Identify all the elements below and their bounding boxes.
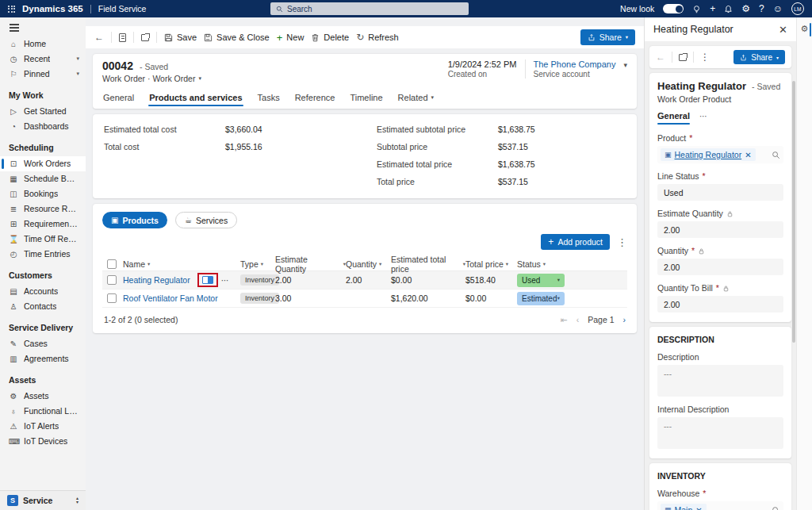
- sidebar-item-schedule-board[interactable]: ▦ Schedule Board: [0, 171, 86, 186]
- status-dropdown[interactable]: Estimated ▾: [517, 292, 565, 305]
- next-page-icon[interactable]: ›: [623, 315, 626, 324]
- sidebar-item-contacts[interactable]: ♙ Contacts: [0, 299, 86, 314]
- tab-timeline[interactable]: Timeline: [349, 90, 383, 109]
- product-chip[interactable]: ▣ Heating Regulator ✕: [661, 148, 756, 161]
- save-button[interactable]: Save: [164, 33, 197, 42]
- service-account-link[interactable]: The Phone Company: [534, 59, 616, 69]
- warehouse-chip[interactable]: ▦ Main ✕: [661, 504, 707, 510]
- settings-gear-icon[interactable]: ⚙: [741, 4, 750, 13]
- first-page-icon[interactable]: ⇤: [561, 315, 568, 324]
- side-pane-settings-icon[interactable]: ⚙: [799, 24, 810, 34]
- column-header-status[interactable]: Status▾: [517, 259, 627, 269]
- sidebar-item-functional-locations[interactable]: ♁ Functional Locations: [0, 404, 86, 419]
- internal-description-textarea[interactable]: ---: [657, 417, 783, 449]
- grid-more-commands-icon[interactable]: ⋮: [617, 236, 627, 248]
- row-checkbox[interactable]: [107, 275, 117, 285]
- new-button[interactable]: + New: [277, 33, 304, 43]
- user-avatar[interactable]: LM: [791, 2, 804, 15]
- panel-tab-overflow-icon[interactable]: ⋯: [699, 112, 707, 125]
- previous-page-icon[interactable]: ‹: [576, 315, 580, 324]
- lookup-search-icon[interactable]: [772, 506, 780, 510]
- feedback-smiley-icon[interactable]: ☺: [773, 4, 783, 13]
- help-icon[interactable]: ?: [759, 4, 764, 13]
- product-name-link[interactable]: Roof Ventilator Fan Motor: [123, 293, 218, 303]
- app-launcher-icon[interactable]: [8, 6, 15, 13]
- product-name-link[interactable]: Heating Regulator: [123, 275, 190, 285]
- status-dropdown[interactable]: Used ▾: [517, 274, 565, 287]
- global-search-box[interactable]: Search: [270, 2, 469, 15]
- sidebar-item-iot-devices[interactable]: ⌨ IoT Devices: [0, 434, 86, 449]
- lookup-search-icon[interactable]: [772, 151, 780, 159]
- open-in-side-pane-icon[interactable]: [202, 276, 213, 284]
- tab-products-and-services[interactable]: Products and services: [148, 90, 243, 109]
- save-and-close-button[interactable]: Save & Close: [204, 33, 270, 42]
- area-switcher[interactable]: S Service ▴▾: [0, 490, 86, 510]
- sidebar-item-bookings[interactable]: ◫ Bookings: [0, 186, 86, 201]
- app-area-name[interactable]: Field Service: [98, 4, 147, 13]
- sidebar-item-time-off-requests[interactable]: ⌛ Time Off Requests: [0, 232, 86, 247]
- more-commands-icon[interactable]: ⋮: [700, 52, 710, 62]
- column-header-total-price[interactable]: Total price▾: [465, 259, 517, 269]
- popout-icon[interactable]: [679, 54, 687, 61]
- tab-reference[interactable]: Reference: [294, 90, 336, 109]
- plus-icon[interactable]: +: [710, 4, 715, 13]
- chevron-down-icon[interactable]: ▾: [76, 71, 79, 77]
- hamburger-menu-icon[interactable]: [10, 24, 19, 25]
- sidebar-item-agreements[interactable]: ▥ Agreements: [0, 351, 86, 366]
- quantity-input[interactable]: 2.00: [657, 259, 783, 275]
- sidebar-item-pinned[interactable]: ⚐ Pinned ▾: [0, 67, 86, 82]
- select-all-checkbox[interactable]: [107, 259, 117, 269]
- column-header-quantity[interactable]: Quantity▾: [346, 259, 391, 269]
- column-header-estimate-quantity[interactable]: Estimate Quantity▾: [275, 255, 346, 274]
- back-arrow-icon[interactable]: ←: [94, 33, 104, 42]
- chevron-down-icon[interactable]: ▾: [198, 75, 201, 82]
- close-icon[interactable]: ✕: [779, 24, 787, 36]
- chevron-down-icon[interactable]: ▾: [76, 56, 79, 62]
- sidebar-item-assets[interactable]: ⚙ Assets: [0, 389, 86, 404]
- column-header-estimated-total-price[interactable]: Estimated total price▾: [391, 255, 465, 274]
- show-record-set-icon[interactable]: [119, 33, 126, 42]
- product-lookup-field[interactable]: ▣ Heating Regulator ✕: [657, 146, 783, 163]
- lightbulb-icon[interactable]: [692, 5, 701, 13]
- row-more-options-icon[interactable]: ⋯: [221, 276, 229, 285]
- estimate-quantity-input[interactable]: 2.00: [657, 221, 783, 238]
- column-header-name[interactable]: Name▾: [123, 259, 240, 269]
- line-status-input[interactable]: Used: [657, 184, 783, 201]
- table-row[interactable]: Roof Ventilator Fan Motor Inventory 3.00…: [102, 290, 627, 308]
- refresh-button[interactable]: ↻ Refresh: [356, 33, 399, 42]
- sidebar-item-work-orders[interactable]: ⊡ Work Orders: [0, 156, 86, 171]
- products-toggle-pill[interactable]: ▣ Products: [102, 212, 167, 228]
- quantity-to-bill-input[interactable]: 2.00: [657, 296, 783, 313]
- tab-general[interactable]: General: [102, 90, 135, 109]
- description-textarea[interactable]: ---: [657, 365, 783, 397]
- services-toggle-pill[interactable]: ☕ Services: [175, 212, 237, 228]
- add-product-button[interactable]: + Add product: [541, 234, 610, 250]
- back-arrow-icon[interactable]: ←: [656, 52, 665, 62]
- sidebar-item-home[interactable]: ⌂ Home: [0, 36, 86, 52]
- bell-icon[interactable]: [724, 5, 733, 13]
- row-checkbox[interactable]: [107, 293, 117, 303]
- share-button[interactable]: Share ▾: [580, 29, 635, 45]
- tab-related[interactable]: Related▾: [397, 90, 435, 109]
- remove-chip-icon[interactable]: ✕: [745, 151, 751, 159]
- sidebar-item-get-started[interactable]: ▷ Get Started: [0, 104, 86, 119]
- tab-tasks[interactable]: Tasks: [257, 90, 281, 109]
- area-switcher-chevrons-icon[interactable]: ▴▾: [76, 497, 79, 505]
- delete-button[interactable]: Delete: [311, 33, 349, 42]
- column-header-type[interactable]: Type▾: [240, 259, 275, 269]
- share-button[interactable]: Share ▾: [733, 50, 785, 64]
- remove-chip-icon[interactable]: ✕: [695, 506, 702, 510]
- new-look-toggle[interactable]: [663, 4, 684, 13]
- sidebar-item-dashboards[interactable]: ◔ Dashboards: [0, 119, 86, 134]
- sidebar-item-accounts[interactable]: ▤ Accounts: [0, 284, 86, 299]
- popout-icon[interactable]: [141, 34, 149, 41]
- warehouse-chip-link[interactable]: Main: [675, 505, 693, 510]
- sidebar-item-requirement-groups[interactable]: ⊞ Requirement Groups: [0, 217, 86, 232]
- collapse-header-chevron-icon[interactable]: ▾: [623, 61, 627, 69]
- sidebar-item-resource-requirements[interactable]: ≣ Resource Requireme...: [0, 201, 86, 217]
- product-chip-link[interactable]: Heating Regulator: [675, 150, 742, 159]
- panel-scrollbar[interactable]: [792, 81, 795, 343]
- panel-tab-general[interactable]: General: [657, 111, 690, 125]
- sidebar-item-recent[interactable]: ◷ Recent ▾: [0, 52, 86, 67]
- sidebar-item-time-entries[interactable]: ◴ Time Entries: [0, 247, 86, 262]
